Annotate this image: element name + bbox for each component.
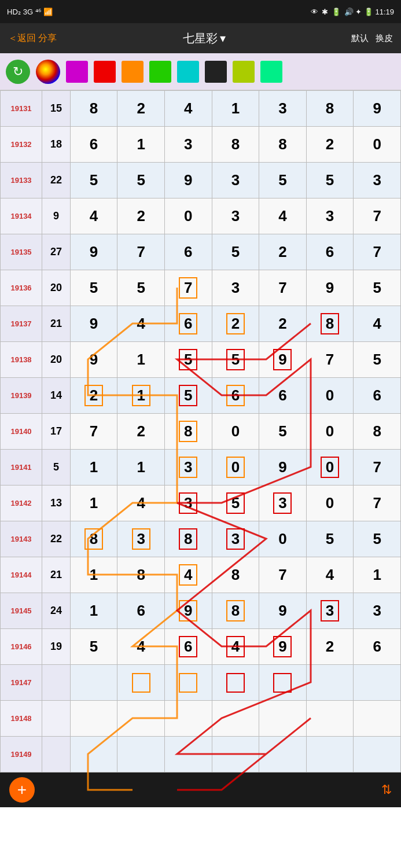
refresh-button[interactable]: ↻ (6, 60, 30, 84)
color-mint[interactable] (260, 61, 282, 83)
table-row: 19147 (1, 665, 401, 701)
number-cell: 3 (354, 593, 401, 629)
clock: 🔊 ✦ 🔋 11:19 (344, 8, 394, 16)
default-button[interactable]: 默认 (351, 33, 369, 44)
number-cell: 7 (306, 342, 354, 378)
number-cell: 0 (212, 450, 259, 486)
battery-icon: 🔋 (332, 8, 341, 16)
share-button[interactable]: 分享 (38, 33, 57, 43)
number-cell: 1 (70, 557, 117, 593)
table-row: 19139142156606 (1, 378, 401, 414)
number-cell: 6 (212, 378, 259, 414)
nav-title[interactable]: 七星彩 ▾ (183, 31, 226, 46)
row-sum: 19 (42, 629, 71, 665)
row-sum: 22 (42, 521, 71, 557)
number-cell: 8 (117, 557, 165, 593)
number-cell: 3 (306, 198, 354, 234)
skin-button[interactable]: 换皮 (376, 33, 393, 44)
number-cell: 4 (306, 557, 354, 593)
number-cell: 1 (70, 450, 117, 486)
row-id: 19141 (1, 450, 42, 486)
nav-right-actions[interactable]: 默认 换皮 (351, 33, 393, 44)
number-cell: 5 (212, 486, 259, 521)
row-id: 19131 (1, 91, 42, 127)
nav-back-share[interactable]: ＜返回 分享 (8, 32, 57, 45)
number-cell: 6 (259, 378, 307, 414)
add-button[interactable]: + (9, 777, 35, 803)
number-cell: 9 (70, 342, 117, 378)
number-cell: 5 (354, 521, 401, 557)
number-cell (164, 701, 212, 737)
table-row: 19137219462284 (1, 306, 401, 342)
table-row: 19144211848741 (1, 557, 401, 593)
number-cell: 7 (259, 557, 307, 593)
row-id: 19139 (1, 378, 42, 414)
number-cell: 6 (306, 234, 354, 270)
number-cell: 0 (306, 378, 354, 414)
paint-icon[interactable] (36, 60, 60, 84)
number-cell: 5 (259, 414, 307, 450)
number-cell: 4 (259, 198, 307, 234)
number-cell: 5 (117, 270, 165, 306)
number-cell: 4 (164, 557, 212, 593)
number-cell (306, 665, 354, 701)
number-cell (259, 665, 307, 701)
number-cell (259, 737, 307, 773)
color-yellow-green[interactable] (233, 61, 255, 83)
number-cell: 3 (164, 450, 212, 486)
eye-icon: 👁 (311, 8, 318, 16)
scroll-arrows[interactable]: ⇅ (381, 782, 392, 797)
row-sum: 14 (42, 378, 71, 414)
table-row: 19145241698933 (1, 593, 401, 629)
row-id: 19134 (1, 198, 42, 234)
number-cell: 9 (164, 593, 212, 629)
number-cell: 5 (354, 270, 401, 306)
row-sum: 5 (42, 450, 71, 486)
number-cell: 5 (164, 342, 212, 378)
color-orange[interactable] (122, 61, 144, 83)
number-cell: 4 (354, 306, 401, 342)
number-cell: 1 (354, 557, 401, 593)
row-sum: 27 (42, 234, 71, 270)
number-cell: 4 (117, 629, 165, 665)
table-row: 1914151130907 (1, 450, 401, 486)
number-cell: 1 (117, 450, 165, 486)
row-sum (42, 737, 71, 773)
lottery-table-container: 1913115824138919132186138820191332255935… (0, 90, 401, 773)
lottery-table: 1913115824138919132186138820191332255935… (0, 90, 401, 773)
number-cell: 8 (212, 557, 259, 593)
number-cell: 5 (212, 342, 259, 378)
number-cell: 9 (354, 91, 401, 127)
number-cell: 1 (117, 378, 165, 414)
row-sum (42, 701, 71, 737)
number-cell: 6 (164, 234, 212, 270)
row-sum: 21 (42, 557, 71, 593)
bluetooth-icon: ✱ (322, 8, 328, 16)
number-cell: 0 (259, 521, 307, 557)
number-cell (306, 701, 354, 737)
color-red[interactable] (94, 61, 116, 83)
back-button[interactable]: ＜返回 (8, 33, 36, 43)
status-left: HD₂ 3G ⁴⁶ 📶 (7, 8, 53, 16)
number-cell: 0 (354, 127, 401, 163)
number-cell: 3 (306, 593, 354, 629)
color-cyan[interactable] (177, 61, 199, 83)
number-cell: 9 (70, 306, 117, 342)
row-sum: 17 (42, 414, 71, 450)
color-green[interactable] (149, 61, 171, 83)
row-id: 19133 (1, 163, 42, 198)
number-cell: 5 (117, 163, 165, 198)
number-cell: 6 (164, 629, 212, 665)
number-cell: 9 (306, 270, 354, 306)
table-row: 19140177280508 (1, 414, 401, 450)
number-cell: 3 (117, 521, 165, 557)
number-cell: 5 (70, 163, 117, 198)
number-cell: 7 (354, 198, 401, 234)
number-cell (212, 701, 259, 737)
number-cell: 9 (259, 450, 307, 486)
number-cell: 3 (212, 521, 259, 557)
color-black[interactable] (205, 61, 227, 83)
number-cell: 3 (212, 198, 259, 234)
number-cell: 8 (212, 593, 259, 629)
color-purple[interactable] (66, 61, 88, 83)
